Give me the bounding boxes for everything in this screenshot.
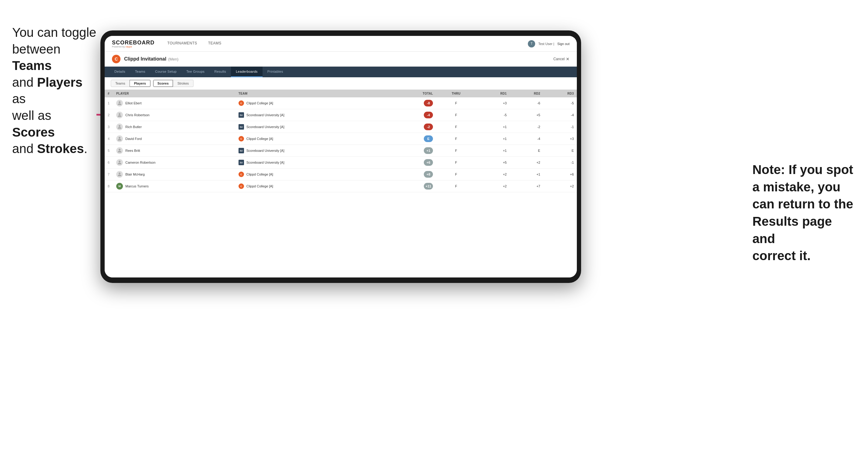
- table-row: 2 Chris Robertson SU Scoreboard Universi…: [105, 109, 577, 121]
- col-rd2: RD2: [509, 90, 543, 97]
- col-spacer: [375, 90, 392, 97]
- tab-course-setup[interactable]: Course Setup: [150, 67, 182, 77]
- tournament-subtitle: (Men): [168, 57, 179, 61]
- tab-details[interactable]: Details: [110, 67, 130, 77]
- logo-area: SCOREBOARD Powered by clippd: [112, 39, 155, 48]
- col-rd3: RD3: [544, 90, 577, 97]
- logo-sub: Powered by clippd: [112, 45, 155, 48]
- nav-tournaments[interactable]: TOURNAMENTS: [162, 36, 203, 52]
- table-row: 1 Elliot Ebert C Clippd College [A] -8 F…: [105, 97, 577, 109]
- rd1-cell: +1: [476, 121, 509, 133]
- spacer-cell: [375, 133, 392, 145]
- total-cell: +6: [392, 157, 436, 168]
- svg-point-3: [119, 125, 121, 127]
- total-cell: -8: [392, 97, 436, 109]
- rd2-cell: +7: [509, 180, 543, 192]
- table-row: 8 M Marcus Turners C Clippd College [A] …: [105, 180, 577, 192]
- thru-cell: F: [436, 133, 476, 145]
- score-toggle-group: Scores Strokes: [153, 80, 193, 87]
- col-team: TEAM: [236, 90, 375, 97]
- thru-cell: F: [436, 109, 476, 121]
- svg-point-5: [119, 149, 121, 151]
- thru-cell: F: [436, 145, 476, 157]
- score-badge: -8: [424, 100, 433, 106]
- toggle-teams[interactable]: Teams: [111, 80, 130, 87]
- team-icon: SU: [239, 124, 244, 130]
- rd3-cell: E: [544, 145, 577, 157]
- page-header: C Clippd Invitational (Men) Cancel ✕: [105, 52, 577, 67]
- team-icon: C: [239, 183, 244, 189]
- rank-cell: 7: [105, 168, 113, 180]
- score-badge: +6: [424, 159, 433, 166]
- team-cell: SU Scoreboard University [A]: [236, 145, 375, 157]
- toggle-players[interactable]: Players: [130, 80, 150, 87]
- player-cell: Elliot Ebert: [113, 97, 236, 109]
- player-cell: Cameron Robertson: [113, 157, 236, 168]
- rank-cell: 2: [105, 109, 113, 121]
- table-row: 6 Cameron Robertson SU Scoreboard Univer…: [105, 157, 577, 168]
- toggle-strokes[interactable]: Strokes: [173, 80, 193, 87]
- nav-teams[interactable]: TEAMS: [203, 36, 227, 52]
- tablet-frame: SCOREBOARD Powered by clippd TOURNAMENTS…: [100, 30, 581, 283]
- total-cell: +8: [392, 168, 436, 180]
- rd1-cell: +2: [476, 180, 509, 192]
- table-row: 4 David Ford C Clippd College [A] E F +1…: [105, 133, 577, 145]
- table-row: 7 Blair McHarg C Clippd College [A] +8 F…: [105, 168, 577, 180]
- score-badge: +1: [424, 147, 433, 154]
- svg-point-6: [119, 161, 121, 162]
- total-cell: -2: [392, 121, 436, 133]
- left-annotation: You can toggle between Teams and Players…: [12, 24, 97, 157]
- tab-tee-groups[interactable]: Tee Groups: [182, 67, 210, 77]
- svg-point-1: [119, 101, 121, 103]
- sub-tabs: Details Teams Course Setup Tee Groups Re…: [105, 67, 577, 77]
- player-name: Marcus Turners: [125, 184, 149, 188]
- total-cell: E: [392, 133, 436, 145]
- tab-teams[interactable]: Teams: [130, 67, 150, 77]
- col-thru: THRU: [436, 90, 476, 97]
- team-icon: C: [239, 136, 244, 142]
- rd1-cell: +5: [476, 157, 509, 168]
- logo-text: SCOREBOARD: [112, 39, 155, 46]
- tablet-screen: SCOREBOARD Powered by clippd TOURNAMENTS…: [105, 36, 577, 277]
- toggle-bar: Teams Players Scores Strokes: [105, 77, 577, 90]
- team-icon: SU: [239, 112, 244, 118]
- spacer-cell: [375, 168, 392, 180]
- tab-leaderboards[interactable]: Leaderboards: [231, 67, 262, 77]
- spacer-cell: [375, 109, 392, 121]
- player-avatar: [116, 159, 123, 166]
- toggle-scores[interactable]: Scores: [153, 80, 174, 87]
- team-name: Clippd College [A]: [246, 101, 273, 105]
- team-name: Scoreboard University [A]: [246, 125, 284, 129]
- spacer-cell: [375, 180, 392, 192]
- svg-point-4: [119, 137, 121, 139]
- table-row: 5 Rees Britt SU Scoreboard University [A…: [105, 145, 577, 157]
- user-name: Test User |: [538, 42, 554, 45]
- tab-printables[interactable]: Printables: [262, 67, 288, 77]
- total-cell: -4: [392, 109, 436, 121]
- total-cell: +1: [392, 145, 436, 157]
- player-name: Elliot Ebert: [125, 101, 142, 105]
- tournament-icon: C: [112, 55, 121, 63]
- rank-cell: 1: [105, 97, 113, 109]
- svg-point-2: [119, 113, 121, 115]
- svg-point-7: [119, 173, 121, 174]
- total-cell: +11: [392, 180, 436, 192]
- team-cell: C Clippd College [A]: [236, 180, 375, 192]
- team-cell: SU Scoreboard University [A]: [236, 121, 375, 133]
- score-badge: +8: [424, 171, 433, 178]
- player-avatar: [116, 100, 123, 106]
- player-name: Cameron Robertson: [125, 161, 155, 164]
- col-player: PLAYER: [113, 90, 236, 97]
- team-icon: C: [239, 100, 244, 106]
- thru-cell: F: [436, 121, 476, 133]
- cancel-button[interactable]: Cancel ✕: [553, 57, 569, 61]
- sign-out-link[interactable]: Sign out: [557, 42, 569, 45]
- player-avatar: [116, 171, 123, 178]
- top-nav: SCOREBOARD Powered by clippd TOURNAMENTS…: [105, 36, 577, 52]
- rd3-cell: -1: [544, 157, 577, 168]
- tab-results[interactable]: Results: [209, 67, 231, 77]
- score-badge: E: [424, 135, 433, 142]
- team-cell: C Clippd College [A]: [236, 97, 375, 109]
- rank-cell: 5: [105, 145, 113, 157]
- user-avatar: T: [528, 40, 535, 48]
